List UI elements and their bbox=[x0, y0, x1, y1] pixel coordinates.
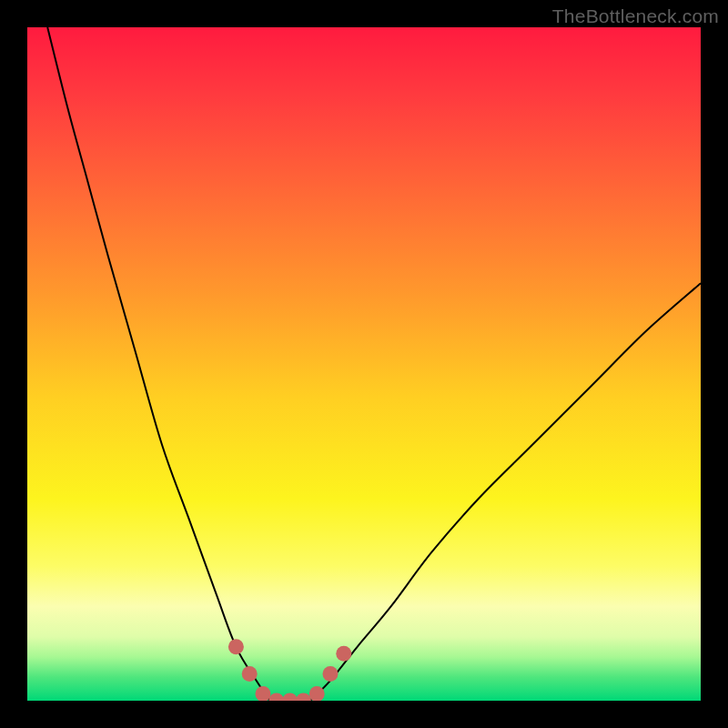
highlight-marker bbox=[256, 686, 271, 701]
highlight-marker bbox=[336, 646, 351, 662]
highlight-marker bbox=[242, 666, 258, 682]
bottleneck-curve-right bbox=[310, 283, 701, 701]
highlight-markers bbox=[228, 639, 351, 701]
chart-frame: TheBottleneck.com bbox=[0, 0, 728, 728]
watermark-text: TheBottleneck.com bbox=[552, 5, 719, 27]
curve-layer bbox=[27, 27, 701, 701]
highlight-marker bbox=[323, 666, 339, 682]
plot-area bbox=[27, 27, 701, 701]
highlight-marker bbox=[228, 639, 244, 654]
highlight-marker bbox=[268, 693, 284, 702]
bottleneck-curve-left bbox=[47, 27, 269, 701]
highlight-marker bbox=[282, 693, 298, 702]
highlight-marker bbox=[296, 693, 311, 702]
